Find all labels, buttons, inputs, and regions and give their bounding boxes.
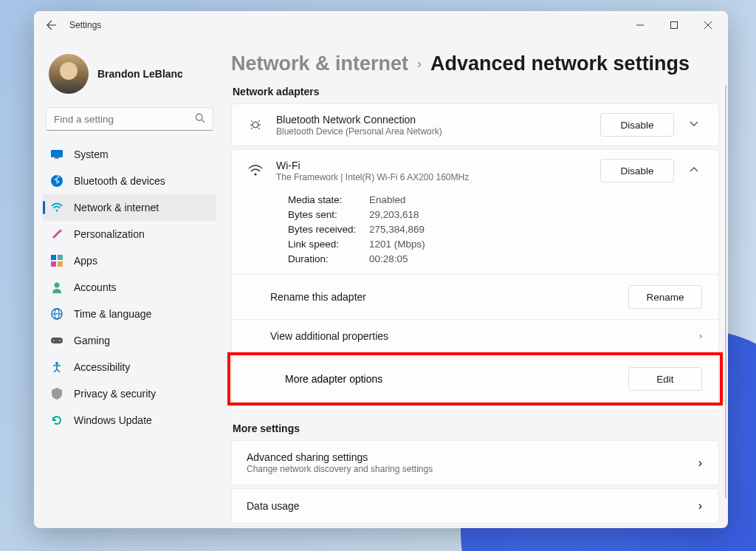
search-input[interactable] [54,114,195,125]
minimize-icon [636,21,644,29]
chevron-right-icon: › [698,456,702,470]
svg-rect-19 [51,338,63,343]
sidebar-item-apps[interactable]: Apps [43,247,216,274]
sidebar-item-label: Time & language [74,308,151,320]
main-content: Network & internet › Advanced network se… [222,39,728,528]
sidebar-item-network[interactable]: Network & internet [43,194,216,221]
sidebar-item-label: Privacy & security [74,388,156,400]
sidebar-item-label: Gaming [74,335,110,346]
expand-button[interactable] [686,120,702,131]
adapter-subtitle: Bluetooth Device (Personal Area Network) [276,126,588,137]
adapter-stats: Media state:Enabled Bytes sent:29,203,61… [232,191,718,274]
breadcrumb: Network & internet › Advanced network se… [231,52,719,75]
user-name: Brandon LeBlanc [97,68,183,80]
svg-rect-13 [51,261,56,267]
sidebar-item-label: Apps [74,255,97,267]
rename-button[interactable]: Rename [628,285,702,309]
chevron-right-icon: › [699,331,702,341]
section-header-more: More settings [233,422,719,434]
update-icon [50,414,63,427]
accessibility-icon [50,360,63,374]
edit-button[interactable]: Edit [628,367,702,391]
section-header-adapters: Network adapters [233,86,719,97]
scrollbar[interactable] [725,85,726,499]
chevron-up-icon [690,165,698,174]
svg-point-9 [56,210,58,212]
stat-value: 29,203,618 [369,208,419,222]
stat-value: 00:28:05 [369,252,408,267]
close-icon [704,21,712,29]
collapse-button[interactable] [686,165,702,177]
sidebar-item-system[interactable]: System [43,141,216,168]
shield-icon [50,387,63,400]
app-title: Settings [69,20,101,30]
view-additional-label: View additional properties [270,330,388,342]
svg-rect-14 [58,261,63,267]
sidebar-item-label: System [74,148,109,160]
close-button[interactable] [691,13,725,37]
back-button[interactable] [37,13,66,37]
minimize-button[interactable] [623,13,657,37]
rename-label: Rename this adapter [270,291,366,303]
setting-advanced-sharing[interactable]: Advanced sharing settings Change network… [231,440,719,485]
stat-label: Bytes received: [288,222,369,237]
setting-subtitle: Change network discovery and sharing set… [247,464,433,474]
stat-value: Enabled [369,193,406,208]
svg-rect-12 [58,255,63,260]
sidebar-item-windows-update[interactable]: Windows Update [43,407,216,434]
stat-label: Bytes sent: [288,208,369,222]
sidebar-item-label: Network & internet [74,202,159,213]
titlebar: Settings [34,11,728,39]
breadcrumb-parent[interactable]: Network & internet [231,52,408,75]
sidebar-item-time-language[interactable]: Time & language [43,301,216,327]
sidebar-item-personalization[interactable]: Personalization [43,221,216,247]
apps-icon [50,254,63,267]
more-adapter-label: More adapter options [285,373,382,385]
setting-hardware-properties[interactable]: Hardware and connection properties › [231,527,719,528]
wifi-icon [50,201,63,214]
sidebar-item-bluetooth[interactable]: Bluetooth & devices [43,168,216,194]
bluetooth-icon [50,174,63,188]
disable-button[interactable]: Disable [600,113,674,137]
setting-title: Data usage [247,500,300,512]
rename-adapter-row: Rename this adapter Rename [232,274,718,319]
annotation-highlight: More adapter options Edit [227,352,723,405]
wifi-adapter-icon [247,165,264,177]
sidebar: Brandon LeBlanc System Bluetooth & devic… [34,39,222,528]
svg-line-5 [202,120,205,123]
chevron-right-icon: › [698,499,702,513]
adapter-title: Bluetooth Network Connection [276,114,588,126]
time-language-icon [50,307,63,321]
adapter-subtitle: The Framework | Intel(R) Wi-Fi 6 AX200 1… [276,172,588,182]
svg-rect-11 [51,255,56,260]
setting-title: Advanced sharing settings [247,451,433,463]
sidebar-item-accounts[interactable]: Accounts [43,274,216,301]
svg-point-21 [59,340,61,341]
stat-label: Media state: [288,193,369,208]
stat-label: Link speed: [288,237,369,252]
maximize-button[interactable] [657,13,691,37]
chevron-down-icon [690,120,698,129]
svg-rect-6 [51,150,63,157]
window-controls [623,13,725,37]
sidebar-item-gaming[interactable]: Gaming [43,327,216,354]
back-arrow-icon [47,20,57,30]
disable-button[interactable]: Disable [600,159,674,182]
search-box[interactable] [46,107,213,131]
personalization-icon [50,227,63,241]
sidebar-item-accessibility[interactable]: Accessibility [43,354,216,380]
accounts-icon [50,281,63,294]
bluetooth-adapter-icon [247,117,264,132]
adapter-card-bluetooth: Bluetooth Network Connection Bluetooth D… [231,103,719,146]
adapter-title: Wi-Fi [276,160,588,171]
svg-point-20 [53,340,55,341]
sidebar-nav: System Bluetooth & devices Network & int… [43,141,216,434]
user-header[interactable]: Brandon LeBlanc [43,45,216,107]
svg-rect-7 [55,157,59,159]
svg-rect-1 [671,22,678,29]
view-additional-properties-row[interactable]: View additional properties › [232,319,718,352]
search-icon [195,113,205,126]
page-title: Advanced network settings [430,52,690,75]
sidebar-item-privacy[interactable]: Privacy & security [43,380,216,407]
setting-data-usage[interactable]: Data usage › [231,488,719,524]
